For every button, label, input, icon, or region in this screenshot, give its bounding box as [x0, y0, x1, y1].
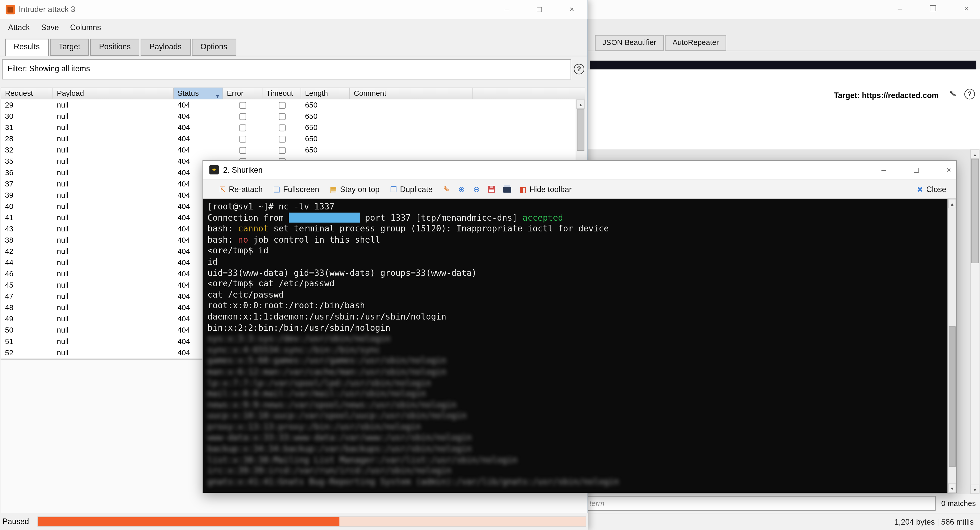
scrollbar-thumb[interactable]	[949, 326, 956, 467]
scroll-up-icon[interactable]: ▲	[948, 199, 956, 208]
intruder-titlebar[interactable]: Intruder attack 3 – □ ×	[0, 0, 587, 19]
table-row[interactable]: 28null404650	[1, 133, 576, 144]
restore-button[interactable]: ❐	[924, 2, 942, 16]
shuriken-app-icon: ✦	[209, 165, 219, 174]
timeout-checkbox[interactable]	[278, 147, 285, 153]
menu-columns[interactable]: Columns	[65, 19, 107, 36]
edit-target-icon[interactable]: ✎	[950, 89, 957, 99]
maximize-button[interactable]: □	[907, 163, 925, 177]
filter-bar[interactable]: Filter: Showing all items	[2, 59, 571, 80]
burp-tabs: JSON BeautifierAutoRepeater	[595, 35, 726, 51]
cell-payload: null	[53, 178, 174, 190]
tab-payloads[interactable]: Payloads	[141, 39, 190, 56]
timeout-checkbox[interactable]	[278, 113, 285, 120]
cell-request: 36	[1, 167, 53, 178]
timeout-checkbox[interactable]	[278, 136, 285, 142]
scroll-up-icon[interactable]: ▲	[576, 99, 585, 109]
scrollbar-thumb[interactable]	[577, 109, 584, 151]
hide-toolbar-button[interactable]: ◧ Hide toolbar	[519, 185, 571, 193]
terminal-line: mail:x:8:8:mail:/var/mail:/usr/sbin/nolo…	[208, 388, 956, 399]
help-icon[interactable]: ?	[964, 89, 975, 100]
table-row[interactable]: 29null404650	[1, 99, 576, 110]
column-label: Request	[5, 89, 33, 97]
shuriken-titlebar[interactable]: ✦ 2. Shuriken – □ ×	[203, 161, 956, 179]
cell-payload: null	[53, 325, 174, 336]
column-header-comment[interactable]: Comment	[350, 88, 473, 100]
error-checkbox[interactable]	[239, 136, 247, 142]
duplicate-button[interactable]: ❐ Duplicate	[390, 185, 433, 193]
close-terminal-button[interactable]: ✖ Close	[917, 185, 946, 193]
cell-payload: null	[53, 110, 174, 122]
bottom-status-bar: 1,204 bytes | 586 millis	[588, 513, 980, 530]
cell-comment	[350, 122, 473, 133]
scroll-down-icon[interactable]: ▼	[948, 484, 956, 493]
reattach-button[interactable]: ⇱ Re-attach	[219, 185, 262, 193]
timeout-checkbox[interactable]	[278, 102, 285, 109]
cell-timeout	[262, 99, 301, 110]
minimize-button[interactable]: –	[891, 2, 909, 16]
print-icon[interactable]	[503, 187, 511, 193]
zoom-out-icon[interactable]: ⊖	[473, 184, 480, 194]
column-header-request[interactable]: Request	[1, 88, 53, 100]
tab-options[interactable]: Options	[192, 39, 236, 56]
error-checkbox[interactable]	[239, 124, 247, 131]
reattach-icon: ⇱	[219, 185, 226, 193]
cell-payload: null	[53, 246, 174, 257]
table-row[interactable]: 32null404650	[1, 145, 576, 156]
close-button[interactable]: ×	[939, 163, 958, 177]
tab-target[interactable]: Target	[50, 39, 89, 56]
attack-state-label: Paused	[3, 517, 29, 526]
terminal-text: <ore/tmp$ id	[208, 246, 269, 255]
terminal-scrollbar[interactable]: ▲ ▼	[948, 199, 956, 493]
cell-request: 38	[1, 235, 53, 246]
error-checkbox[interactable]	[239, 102, 247, 109]
table-row[interactable]: 31null404650	[1, 122, 576, 133]
terminal-text: set terminal process group (15120): Inap…	[269, 223, 609, 233]
search-hint-text: term	[589, 499, 605, 508]
cell-error	[223, 133, 262, 144]
column-header-length[interactable]: Length	[301, 88, 350, 100]
cell-request: 35	[1, 156, 53, 167]
close-button[interactable]: ×	[562, 3, 581, 16]
scroll-down-icon[interactable]: ▼	[970, 485, 979, 494]
cell-status: 404	[174, 110, 223, 122]
close-button[interactable]: ×	[957, 2, 975, 16]
column-header-error[interactable]: Error	[223, 88, 262, 100]
matches-count: 0 matches	[941, 499, 976, 508]
column-header-timeout[interactable]: Timeout	[262, 88, 301, 100]
window-title: Intruder attack 3	[19, 5, 75, 14]
maximize-button[interactable]: □	[530, 3, 549, 16]
column-header-status[interactable]: Status▼	[174, 88, 223, 100]
minimize-button[interactable]: –	[874, 163, 893, 177]
minimize-button[interactable]: –	[498, 3, 516, 16]
main-scrollbar[interactable]: ▲ ▼	[970, 149, 980, 494]
zoom-in-icon[interactable]: ⊕	[458, 184, 465, 194]
column-header-payload[interactable]: Payload	[53, 88, 174, 100]
cell-error	[223, 110, 262, 122]
stay-on-top-button[interactable]: ▤ Stay on top	[330, 185, 380, 193]
cell-comment	[350, 99, 473, 110]
error-checkbox[interactable]	[239, 113, 247, 120]
help-icon[interactable]: ?	[574, 64, 585, 75]
terminal-text: sync:x:4:65534:sync:/bin:/bin/sync	[208, 344, 380, 354]
tab-json-beautifier[interactable]: JSON Beautifier	[595, 35, 664, 51]
terminal-text: www-data:x:33:33:www-data:/var/www:/usr/…	[208, 433, 472, 442]
menu-save[interactable]: Save	[35, 19, 65, 36]
tab-positions[interactable]: Positions	[91, 39, 140, 56]
terminal-output[interactable]: [root@sv1 ~]# nc -lv 1337Connection from…	[203, 199, 956, 493]
terminal-text: news:x:9:9:news:/var/spool/news:/usr/sbi…	[208, 399, 457, 409]
save-icon[interactable]	[488, 186, 495, 193]
terminal-text: uid=33(www-data) gid=33(www-data) groups…	[208, 267, 477, 278]
scrollbar-thumb[interactable]	[971, 159, 979, 263]
menu-attack[interactable]: Attack	[3, 19, 35, 36]
error-checkbox[interactable]	[239, 147, 247, 153]
fullscreen-button[interactable]: ❏ Fullscreen	[274, 185, 319, 193]
table-row[interactable]: 30null404650	[1, 110, 576, 122]
tab-autorepeater[interactable]: AutoRepeater	[665, 35, 726, 51]
edit-icon[interactable]: ✎	[443, 184, 450, 194]
cell-request: 41	[1, 212, 53, 223]
cell-request: 46	[1, 268, 53, 279]
timeout-checkbox[interactable]	[278, 124, 285, 131]
scroll-up-icon[interactable]: ▲	[970, 149, 979, 159]
tab-results[interactable]: Results	[5, 39, 49, 56]
